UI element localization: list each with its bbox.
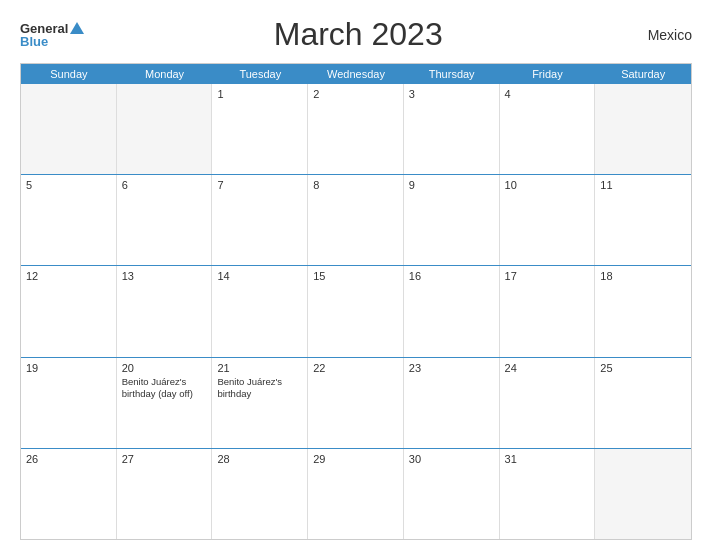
- day-cell-9: 9: [404, 175, 500, 265]
- day-cell: [21, 84, 117, 174]
- day-cell-22: 22: [308, 358, 404, 448]
- week-row-5: 26 27 28 29 30 31: [21, 449, 691, 539]
- week-row-4: 19 20 Benito Juárez's birthday (day off)…: [21, 358, 691, 449]
- event-benito-birthday: Benito Juárez's birthday: [217, 376, 302, 401]
- country-label: Mexico: [632, 27, 692, 43]
- day-cell-13: 13: [117, 266, 213, 356]
- logo-triangle-icon: [70, 22, 84, 34]
- day-cell: [117, 84, 213, 174]
- day-cell-27: 27: [117, 449, 213, 539]
- day-cell-3: 3: [404, 84, 500, 174]
- day-cell-25: 25: [595, 358, 691, 448]
- calendar-page: General Blue March 2023 Mexico Sunday Mo…: [0, 0, 712, 550]
- header-monday: Monday: [117, 64, 213, 84]
- day-cell-12: 12: [21, 266, 117, 356]
- day-cell-7: 7: [212, 175, 308, 265]
- day-cell-29: 29: [308, 449, 404, 539]
- day-cell-26: 26: [21, 449, 117, 539]
- logo-general-text: General: [20, 22, 68, 35]
- header-tuesday: Tuesday: [212, 64, 308, 84]
- day-cell-23: 23: [404, 358, 500, 448]
- logo-blue-text: Blue: [20, 35, 84, 48]
- day-cell-28: 28: [212, 449, 308, 539]
- header-sunday: Sunday: [21, 64, 117, 84]
- header-saturday: Saturday: [595, 64, 691, 84]
- day-cell-17: 17: [500, 266, 596, 356]
- day-cell-11: 11: [595, 175, 691, 265]
- day-cell-10: 10: [500, 175, 596, 265]
- calendar-grid: Sunday Monday Tuesday Wednesday Thursday…: [20, 63, 692, 540]
- week-row-3: 12 13 14 15 16 17 18: [21, 266, 691, 357]
- week-row-2: 5 6 7 8 9 10 11: [21, 175, 691, 266]
- day-cell-24: 24: [500, 358, 596, 448]
- logo: General Blue: [20, 22, 84, 48]
- day-cell-15: 15: [308, 266, 404, 356]
- day-cell-14: 14: [212, 266, 308, 356]
- calendar-header-row: Sunday Monday Tuesday Wednesday Thursday…: [21, 64, 691, 84]
- day-cell-20: 20 Benito Juárez's birthday (day off): [117, 358, 213, 448]
- day-cell-18: 18: [595, 266, 691, 356]
- day-cell-4: 4: [500, 84, 596, 174]
- calendar-body: 1 2 3 4 5 6 7 8 9 10 11 12 13 14 15: [21, 84, 691, 539]
- day-cell-21: 21 Benito Juárez's birthday: [212, 358, 308, 448]
- day-cell-5: 5: [21, 175, 117, 265]
- calendar-title: March 2023: [84, 16, 632, 53]
- day-cell-8: 8: [308, 175, 404, 265]
- header-friday: Friday: [500, 64, 596, 84]
- day-cell-31: 31: [500, 449, 596, 539]
- header-wednesday: Wednesday: [308, 64, 404, 84]
- event-benito-day-off: Benito Juárez's birthday (day off): [122, 376, 207, 401]
- header: General Blue March 2023 Mexico: [20, 16, 692, 53]
- day-cell-30: 30: [404, 449, 500, 539]
- day-cell: [595, 84, 691, 174]
- day-cell-19: 19: [21, 358, 117, 448]
- day-cell-2: 2: [308, 84, 404, 174]
- header-thursday: Thursday: [404, 64, 500, 84]
- week-row-1: 1 2 3 4: [21, 84, 691, 175]
- day-cell-16: 16: [404, 266, 500, 356]
- day-cell-6: 6: [117, 175, 213, 265]
- day-cell-1: 1: [212, 84, 308, 174]
- day-cell-empty: [595, 449, 691, 539]
